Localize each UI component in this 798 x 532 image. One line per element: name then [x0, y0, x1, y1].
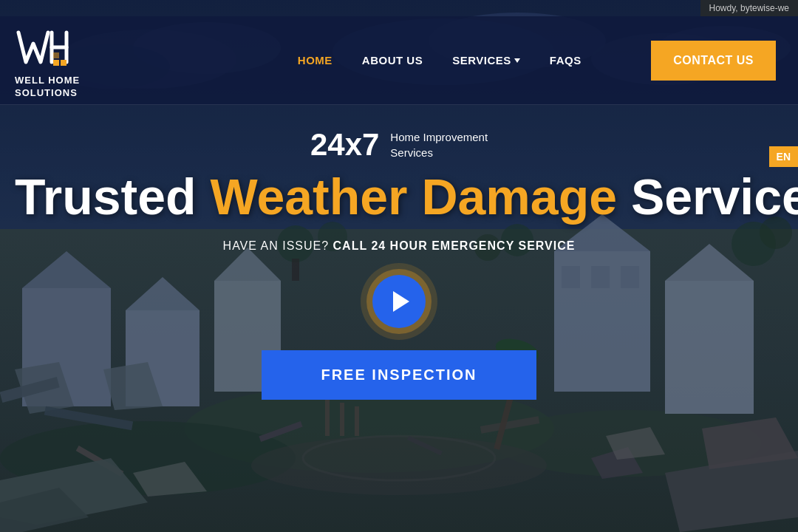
hero-title-part1: Trusted	[15, 168, 211, 225]
play-button[interactable]	[372, 275, 426, 328]
svg-rect-58	[53, 60, 59, 66]
free-inspection-button[interactable]: FREE INSPECTION	[262, 350, 536, 400]
nav-link-services[interactable]: SERVICES	[452, 54, 520, 66]
navbar: WELL HOME SOLUTIONS HOME ABOUT US SERVIC…	[0, 16, 798, 105]
badge-text: Home Improvement Services	[390, 129, 488, 160]
play-icon	[393, 291, 409, 312]
emergency-text: HAVE AN ISSUE? CALL 24 HOUR EMERGENCY SE…	[15, 239, 783, 253]
nav-links: HOME ABOUT US SERVICES FAQS	[298, 54, 582, 66]
contact-button[interactable]: CONTACT US	[651, 41, 776, 81]
logo-icon	[15, 21, 74, 73]
logo-text: WELL HOME SOLUTIONS	[15, 75, 80, 100]
hero-title-highlight: Weather Damage	[211, 168, 618, 225]
emergency-call: CALL 24 HOUR EMERGENCY SERVICE	[333, 239, 576, 252]
emergency-label: HAVE AN ISSUE?	[223, 239, 330, 252]
service-badge: 24x7 Home Improvement Services	[15, 129, 783, 160]
admin-bar: Howdy, bytewise-we	[700, 0, 798, 16]
admin-bar-text: Howdy, bytewise-we	[709, 3, 789, 13]
svg-rect-60	[53, 52, 59, 58]
logo-area[interactable]: WELL HOME SOLUTIONS	[15, 21, 80, 100]
hero-content: 24x7 Home Improvement Services Trusted W…	[0, 129, 798, 400]
nav-link-faqs[interactable]: FAQS	[550, 54, 582, 66]
hero-title: Trusted Weather Damage Services	[15, 169, 783, 225]
nav-link-about[interactable]: ABOUT US	[362, 54, 423, 66]
badge-number: 24x7	[310, 129, 379, 160]
play-button-container	[15, 275, 783, 328]
hero-title-part2: Services	[617, 168, 798, 225]
language-indicator[interactable]: EN	[769, 146, 798, 167]
chevron-down-icon	[514, 58, 520, 63]
nav-link-home[interactable]: HOME	[298, 54, 332, 66]
svg-rect-59	[61, 60, 66, 66]
